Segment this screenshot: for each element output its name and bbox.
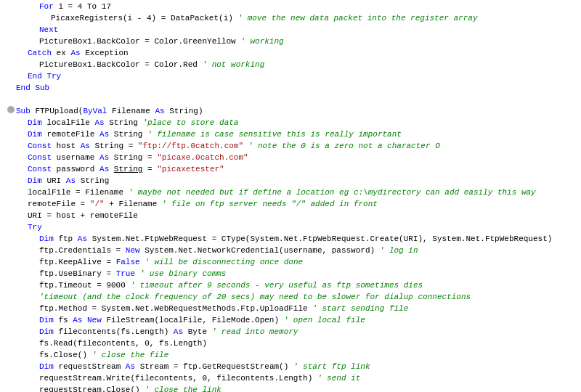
line-content — [16, 94, 581, 106]
token: Dim — [28, 176, 42, 185]
token: ftp.UseBinary = — [39, 269, 116, 278]
token: remoteFile — [42, 130, 99, 139]
token: ' note the 0 is a zero not a character O — [248, 142, 440, 150]
token: String — [109, 130, 147, 139]
token: As — [70, 49, 80, 57]
token: As — [99, 153, 109, 162]
token: requestStream.Write(filecontents, 0, fil… — [39, 374, 317, 383]
token: PictureBox1.BackColor = Color.GreenYello… — [39, 37, 240, 46]
line-content: PictureBox1.BackColor = Color.Red ' not … — [16, 60, 581, 71]
token: host — [52, 142, 81, 150]
token: ex — [52, 49, 70, 57]
line-content: PicaxeRegisters(i - 4) = DataPacket(i) '… — [16, 13, 581, 25]
token: End Sub — [16, 83, 49, 92]
token: "picaxe.0catch.com" — [157, 153, 248, 162]
token: ' will be disconnecting once done — [145, 258, 303, 266]
table-row: PicaxeRegisters(i - 4) = DataPacket(i) '… — [6, 13, 581, 25]
token: ' use binary comms — [140, 269, 227, 278]
token: Exception — [81, 49, 129, 57]
token: 'place to store data — [142, 118, 238, 127]
table-row: Dim URI As String — [6, 176, 581, 187]
token: ' working — [240, 37, 283, 46]
line-content: Sub FTPUpload(ByVal Filename As String) — [16, 106, 581, 118]
token: String = — [90, 142, 138, 150]
table-row: Dim requestStream As Stream = ftp.GetReq… — [6, 362, 581, 373]
table-row: ftp.Method = System.Net.WebRequestMethod… — [6, 303, 581, 315]
table-row: ftp.KeepAlive = False ' will be disconne… — [6, 257, 581, 269]
table-row: Const username As String = "picaxe.0catc… — [6, 152, 581, 164]
line-content: Const password As String = "picaxetester… — [16, 164, 581, 176]
token: ftp.Method = System.Net.WebRequestMethod… — [39, 304, 312, 313]
line-content: URI = host + remoteFile — [16, 211, 581, 222]
token: ' not working — [202, 60, 264, 69]
table-row: For i = 4 To 17 — [6, 1, 581, 13]
token: "ftp://ftp.0catch.com" — [138, 142, 243, 150]
token: As New — [73, 316, 102, 324]
token: PicaxeRegisters(i - 4) = DataPacket(i) — [51, 14, 237, 23]
token: String) — [165, 107, 203, 115]
table-row: 'timeout (and the clock frequency of 20 … — [6, 292, 581, 303]
line-content: Dim filecontents(fs.Length) As Byte ' re… — [16, 327, 581, 338]
token: requestStream — [54, 362, 126, 371]
token — [109, 165, 114, 173]
table-row: Const password As String = "picaxetester… — [6, 164, 581, 176]
token: New — [126, 246, 140, 255]
token: For — [39, 2, 54, 11]
line-content: ftp.UseBinary = True ' use binary comms — [16, 269, 581, 280]
token: localFile = Filename — [28, 188, 129, 197]
token: "/" — [90, 200, 105, 208]
token: ftp — [54, 234, 78, 243]
token: Dim — [39, 362, 54, 371]
token: ftp.KeepAlive = — [39, 258, 116, 266]
token: String — [105, 118, 143, 127]
token: True — [116, 269, 135, 278]
line-content: fs.Read(filecontents, 0, fs.Length) — [16, 338, 581, 350]
token — [243, 142, 248, 150]
table-row: Sub FTPUpload(ByVal Filename As String) — [6, 106, 581, 118]
token: Filename — [107, 107, 155, 115]
token: System.Net.FtpWebRequest = CType(System.… — [87, 234, 552, 243]
gutter — [6, 106, 16, 113]
token: = — [142, 165, 157, 173]
line-content: End Sub — [16, 83, 581, 94]
table-row: PictureBox1.BackColor = Color.GreenYello… — [6, 36, 581, 48]
token: 'timeout (and the clock frequency of 20 … — [39, 293, 471, 301]
table-row: URI = host + remoteFile — [6, 211, 581, 222]
token: fs.Close() — [39, 351, 92, 359]
table-row: Next — [6, 25, 581, 36]
token: + Filename — [105, 200, 162, 208]
table-row: remoteFile = "/" + Filename ' file on ft… — [6, 199, 581, 211]
line-content: ftp.Method = System.Net.WebRequestMethod… — [16, 303, 581, 315]
line-content: fs.Close() ' close the file — [16, 350, 581, 362]
token: ' send it — [317, 374, 360, 383]
token: As — [99, 165, 109, 173]
token: ' start sending file — [312, 304, 408, 313]
line-content: ftp.Timeout = 9000 ' timeout after 9 sec… — [16, 280, 581, 292]
token: As — [126, 362, 135, 371]
token: Dim — [39, 234, 54, 243]
line-content: Dim fs As New FileStream(localFile, File… — [16, 315, 581, 327]
token: ' close the link — [145, 385, 222, 392]
token: ' timeout after 9 seconds - very useful … — [130, 281, 423, 290]
table-row: End Sub — [6, 83, 581, 94]
token: filecontents(fs.Length) — [54, 327, 174, 336]
table-row: Catch ex As Exception — [6, 48, 581, 60]
token: As — [78, 234, 87, 243]
code-block: For i = 4 To 17PicaxeRegisters(i - 4) = … — [0, 0, 581, 392]
breakpoint-dot — [7, 106, 15, 113]
token: As — [99, 130, 109, 139]
table-row: requestStream.Write(filecontents, 0, fil… — [6, 373, 581, 385]
token: As — [94, 118, 104, 127]
token: ftp.Credentials = — [39, 246, 126, 255]
line-content: ftp.Credentials = New System.Net.Network… — [16, 245, 581, 257]
table-row: fs.Close() ' close the file — [6, 350, 581, 362]
token: String — [76, 176, 109, 185]
table-row: ftp.UseBinary = True ' use binary comms — [6, 269, 581, 280]
token: fs.Read(filecontents, 0, fs.Length) — [39, 339, 207, 348]
line-content: Dim requestStream As Stream = ftp.GetReq… — [16, 362, 581, 373]
line-content: ftp.KeepAlive = False ' will be disconne… — [16, 257, 581, 269]
token: PictureBox1.BackColor = Color.Red — [39, 60, 202, 69]
table-row: ftp.Timeout = 9000 ' timeout after 9 sec… — [6, 280, 581, 292]
token: "picaxetester" — [157, 165, 224, 173]
token: username — [52, 153, 99, 162]
